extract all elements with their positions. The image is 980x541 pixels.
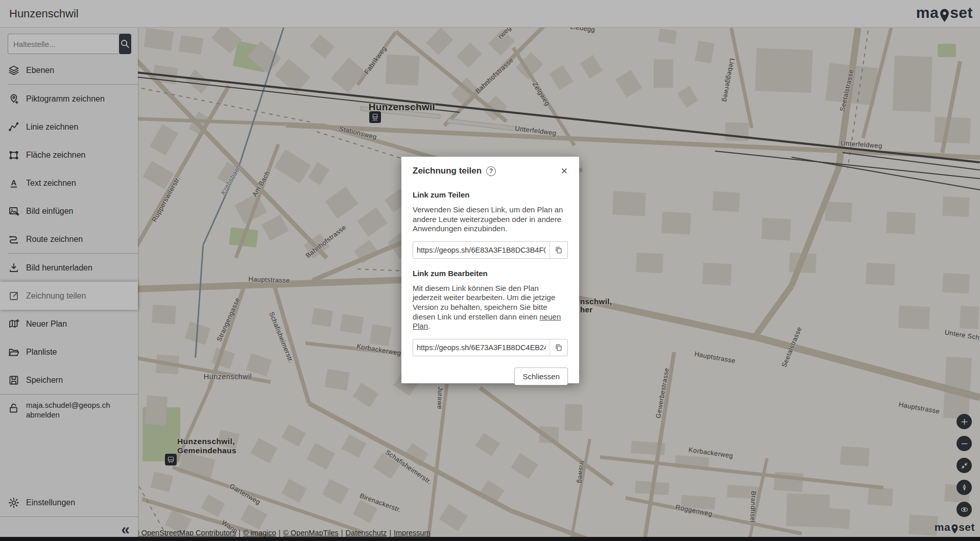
edit-link-row — [413, 339, 568, 356]
close-icon[interactable]: ✕ — [561, 167, 568, 176]
edit-link-input[interactable] — [413, 339, 549, 356]
share-link-heading: Link zum Teilen — [413, 190, 568, 199]
copy-icon — [554, 343, 563, 352]
edit-description-text: Mit diesem Link können Sie den Plan jede… — [413, 284, 555, 321]
share-link-row — [413, 241, 568, 259]
edit-link-description: Mit diesem Link können Sie den Plan jede… — [413, 284, 568, 331]
share-link-description: Verwenden Sie diesen Link, um den Plan a… — [413, 205, 568, 234]
schliessen-button[interactable]: Schliessen — [514, 367, 568, 385]
share-drawing-dialog: Zeichnung teilen ? ✕ Link zum Teilen Ver… — [401, 157, 579, 383]
dialog-title: Zeichnung teilen — [413, 166, 482, 176]
edit-description-period: . — [428, 322, 430, 330]
edit-link-heading: Link zum Bearbeiten — [413, 269, 568, 278]
copy-icon — [554, 245, 563, 255]
copy-share-link-button[interactable] — [549, 242, 567, 258]
help-icon[interactable]: ? — [486, 166, 496, 176]
copy-edit-link-button[interactable] — [549, 339, 567, 356]
share-link-input[interactable] — [413, 242, 549, 258]
